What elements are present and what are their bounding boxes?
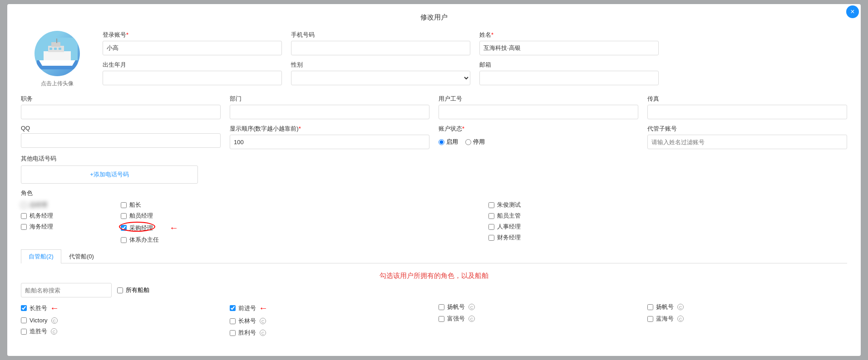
ship-checkbox-lanhaihao[interactable] (647, 316, 653, 322)
all-ships-checkbox-label[interactable]: 所有船舶 (117, 286, 149, 294)
gender-group: 性别 男 女 (291, 61, 470, 85)
status-disabled-radio[interactable] (465, 139, 471, 145)
role-checkbox-system-dir[interactable] (121, 237, 127, 243)
ship-item-zaoshenghao: 造胜号 C (21, 327, 221, 336)
ship-checkbox-yangfanhao-1[interactable] (439, 304, 444, 310)
fax-input[interactable] (647, 105, 847, 119)
yangfanhao-2-c-icon[interactable]: C (677, 304, 684, 310)
role-label-blurred-1: 总经理 (30, 201, 47, 209)
avatar-upload-label[interactable]: 点击上传头像 (41, 80, 74, 88)
role-checkbox-hr-mgr[interactable] (488, 224, 494, 230)
ships-grid: 长胜号 ← Victory C 造胜号 C (21, 303, 847, 337)
ship-item-yangfanhao-2: 扬帆号 C (647, 303, 847, 311)
role-checkbox-finance-mgr[interactable] (488, 235, 494, 241)
role-label-system-dir: 体系办主任 (129, 236, 159, 244)
svg-rect-8 (54, 48, 57, 50)
purchase-arrow-indicator: ← (169, 223, 178, 233)
changshenghao-arrow: ← (50, 303, 59, 313)
shenglihao-c-icon[interactable]: C (260, 330, 266, 336)
display-order-group: 显示顺序(数字越小越靠前)* (230, 125, 429, 149)
gender-select[interactable]: 男 女 (291, 71, 470, 85)
ships-col-1: 长胜号 ← Victory C 造胜号 C (21, 303, 221, 337)
ship-checkbox-victory[interactable] (21, 317, 27, 323)
all-ships-label: 所有船舶 (126, 286, 149, 294)
job-input[interactable] (21, 105, 221, 119)
role-section-label: 角色 (21, 189, 847, 197)
lanhaihao-c-icon[interactable]: C (677, 316, 684, 322)
phone-input[interactable] (291, 41, 470, 55)
status-disabled-item[interactable]: 停用 (465, 138, 485, 146)
add-phone-button[interactable]: +添加电话号码 (24, 169, 195, 180)
avatar-image[interactable] (35, 31, 80, 76)
status-enabled-item[interactable]: 启用 (439, 138, 458, 146)
proxy-account-input[interactable] (647, 135, 847, 149)
email-label: 邮箱 (479, 61, 659, 69)
work-id-input[interactable] (439, 105, 638, 119)
qq-input[interactable] (21, 133, 221, 148)
role-label-captain: 船长 (129, 201, 141, 209)
ship-checkbox-fuqianghao[interactable] (439, 316, 444, 322)
tab-proxy-managed[interactable]: 代管船(0) (61, 249, 102, 263)
phone-box: +添加电话号码 (21, 165, 198, 184)
role-checkbox-blurred-1[interactable] (21, 202, 27, 208)
status-enabled-label: 启用 (446, 138, 458, 146)
yangfanhao-1-c-icon[interactable]: C (469, 304, 475, 310)
ship-search-input[interactable] (21, 283, 112, 297)
role-item-hr-mgr: 人事经理 (488, 223, 847, 231)
status-enabled-radio[interactable] (439, 139, 444, 145)
account-status-group: 账户状态* 启用 停用 (439, 125, 638, 149)
birth-input[interactable] (103, 71, 282, 85)
victory-c-icon[interactable]: C (51, 317, 58, 324)
fuqianghao-c-icon[interactable]: C (469, 316, 475, 322)
ship-checkbox-shenglihao[interactable] (230, 330, 236, 336)
role-label-crew-sup: 船员主管 (497, 212, 521, 220)
ship-checkbox-zaoshenghao[interactable] (21, 329, 27, 335)
role-item-system-dir: 体系办主任 (121, 236, 479, 244)
role-item-crew-mgr: 舶员经理 (121, 212, 479, 220)
role-item-captain: 船长 (121, 201, 479, 209)
ship-label-changlinhao: 长林号 (238, 317, 256, 325)
role-checkbox-haiwu[interactable] (21, 224, 27, 230)
role-section: 角色 总经理 机务经理 海务经理 (21, 189, 847, 244)
hint-text: 勾选该用户所拥有的角色，以及船舶 (21, 269, 847, 283)
qq-label: QQ (21, 125, 221, 131)
dept-input[interactable] (230, 105, 429, 119)
login-account-input[interactable] (103, 41, 282, 55)
zaoshenghao-c-icon[interactable]: C (51, 328, 57, 335)
role-col-0: 总经理 机务经理 海务经理 (21, 201, 112, 231)
role-checkbox-captain[interactable] (121, 202, 127, 208)
tabs-section: 自管船(2) 代管船(0) 勾选该用户所拥有的角色，以及船舶 所有船舶 (21, 249, 847, 337)
email-input[interactable] (479, 71, 659, 85)
role-checkbox-zhujun[interactable] (488, 202, 494, 208)
role-checkbox-crew-sup[interactable] (488, 213, 494, 219)
role-label-haiwu: 海务经理 (30, 223, 53, 231)
role-item-crew-sup: 船员主管 (488, 212, 847, 220)
ships-col-2: 前进号 ← 长林号 C 胜利号 C (230, 303, 429, 337)
changlinhao-c-icon[interactable]: C (260, 318, 266, 324)
ship-checkbox-changshenghao[interactable] (21, 305, 27, 311)
ships-col-3: 扬帆号 C 富强号 C (439, 303, 638, 337)
close-button[interactable]: × (846, 5, 859, 18)
all-ships-checkbox[interactable] (117, 287, 123, 293)
ship-checkbox-yangfanhao-2[interactable] (647, 304, 653, 310)
svg-rect-6 (56, 39, 57, 43)
account-status-label: 账户状态* (439, 125, 638, 133)
role-checkbox-jiwu[interactable] (21, 213, 27, 219)
ship-item-shenglihao: 胜利号 C (230, 329, 429, 337)
display-order-input[interactable] (230, 135, 429, 149)
role-label-zhujun: 朱俊测试 (497, 201, 521, 209)
name-input[interactable] (479, 41, 659, 55)
svg-rect-5 (51, 42, 60, 47)
dept-label: 部门 (230, 95, 429, 103)
name-group: 姓名* (479, 31, 659, 55)
birth-label: 出生年月 (103, 61, 282, 69)
other-phone-label: 其他电话号码 (21, 155, 847, 163)
login-account-group: 登录账号* (103, 31, 282, 55)
tab-self-managed[interactable]: 自管船(2) (21, 249, 61, 263)
ship-checkbox-qianjinhao[interactable] (230, 305, 236, 311)
modal-container: × 修改用户 (7, 4, 861, 356)
ship-checkbox-changlinhao[interactable] (230, 318, 236, 324)
ship-search-row: 所有船舶 (21, 283, 847, 297)
role-checkbox-crew-mgr[interactable] (121, 213, 127, 219)
role-checkbox-purchase-mgr[interactable] (121, 225, 127, 231)
